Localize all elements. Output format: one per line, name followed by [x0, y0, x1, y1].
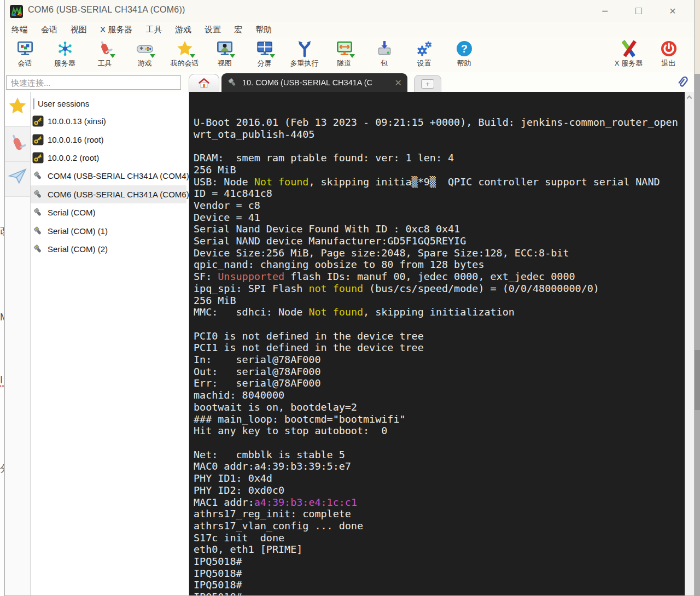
app-logo-icon	[9, 4, 24, 19]
terminal-line: bootwait is on, bootdelay=2	[194, 401, 685, 413]
terminal-line: 256 MiB	[194, 164, 685, 176]
toolbar-button[interactable]: 视图	[205, 37, 244, 72]
terminal-line: MAC1 addr:a4:39:b3:e4:1c:c1	[194, 496, 685, 509]
menu-item[interactable]: 会话	[41, 25, 57, 35]
toolbar-button-label: 我的会话	[171, 59, 199, 68]
toolbar-button[interactable]: 退出	[649, 37, 689, 72]
settings-icon	[415, 39, 434, 58]
toolbar-button[interactable]: ?帮助	[444, 37, 484, 72]
session-item[interactable]: Serial (COM) (2)	[31, 240, 186, 258]
terminal-output[interactable]: U-Boot 2016.01 (Feb 13 2023 - 09:21:15 +…	[189, 92, 685, 595]
new-tab-button[interactable]: +	[414, 75, 441, 92]
terminal-line: MMC: sdhci: Node Not found, skipping ini…	[194, 306, 685, 318]
toolbar-button[interactable]: X 服务器	[609, 37, 649, 72]
dropdown-triangle-icon	[150, 54, 155, 58]
sidebar-tab-macros[interactable]	[5, 162, 30, 197]
terminal-line: SF: Unsupported flash IDs: manuf 00, jed…	[194, 271, 685, 283]
maximize-button[interactable]: ☐	[622, 0, 656, 22]
split-icon	[255, 39, 274, 58]
mobaxterm-window: COM6 (USB-SERIAL CH341A (COM6)) ─ ☐ ✕ 终端…	[4, 0, 695, 596]
session-item[interactable]: Serial (COM)	[31, 203, 186, 221]
multiexec-icon	[295, 39, 314, 58]
sidebar-tab-sessions[interactable]	[5, 92, 30, 127]
toolbar-button[interactable]: 多重执行	[284, 37, 324, 72]
toolbar-button-label: 服务器	[54, 59, 75, 68]
terminal-line: ipq_spi: SPI Flash not found (bus/cs/spe…	[194, 283, 685, 295]
terminal-line: Net: cmbblk is stable 5	[194, 449, 685, 461]
session-tree-root[interactable]: User sessions	[31, 95, 189, 112]
serial-plug-icon	[32, 225, 44, 237]
session-icon	[16, 39, 34, 58]
session-item[interactable]: 10.0.0.13 (xinsi)	[31, 112, 186, 130]
menu-item[interactable]: 帮助	[255, 25, 272, 35]
session-item[interactable]: 10.0.0.16 (root)	[31, 130, 186, 148]
tunnel-icon	[335, 39, 354, 58]
sidebar-tab-tools[interactable]	[5, 127, 30, 162]
toolbar-button[interactable]: 工具	[85, 37, 125, 72]
toolbar-button[interactable]: 游戏	[125, 37, 165, 72]
terminal-line: IPQ5018#	[194, 591, 685, 595]
minimize-button[interactable]: ─	[588, 0, 622, 22]
session-item[interactable]: COM6 (USB-SERIAL CH341A (COM6))	[31, 185, 186, 203]
session-item[interactable]: 10.0.0.2 (root)	[31, 149, 186, 167]
session-root-label: User sessions	[38, 99, 89, 108]
sidebar-tab-strip	[5, 92, 31, 595]
terminal-line: IPQ5018#	[194, 556, 685, 568]
terminal-line: 256 MiB	[194, 295, 685, 307]
star-icon	[176, 39, 194, 58]
toolbar-button-label: 帮助	[457, 59, 471, 68]
toolbar-button-label: 包	[381, 59, 388, 68]
tools-icon	[96, 39, 114, 58]
menu-item[interactable]: 终端	[11, 25, 28, 35]
terminal-line: Device Size:256 MiB, Page size:2048, Spa…	[194, 247, 685, 259]
toolbar-button[interactable]: 设置	[404, 37, 444, 72]
menu-item[interactable]: 游戏	[175, 25, 191, 35]
menu-item[interactable]: X 服务器	[100, 25, 132, 35]
toolbar-button[interactable]: 隧道	[324, 37, 364, 72]
paper-plane-icon	[8, 166, 27, 185]
session-item[interactable]: Serial (COM) (1)	[31, 221, 186, 239]
close-button[interactable]: ✕	[656, 0, 690, 22]
home-icon	[197, 77, 211, 90]
terminal-line: eth0, eth1 [PRIME]	[194, 544, 685, 556]
session-item[interactable]: COM4 (USB-SERIAL CH341A (COM4))	[31, 167, 186, 185]
attachments-paperclip-icon[interactable]	[675, 74, 690, 90]
svg-text:?: ?	[461, 43, 468, 55]
terminal-line: Out: serial@78AF000	[194, 366, 685, 378]
active-tab-label: 10. COM6 (USB-SERIAL CH341A (C	[242, 78, 390, 87]
toolbar-button-label: 会话	[18, 59, 32, 68]
dropdown-triangle-icon	[230, 54, 235, 58]
terminal-line: Vendor = c8	[194, 200, 685, 212]
quick-connect-input[interactable]	[6, 75, 181, 90]
terminal-line: U-Boot 2016.01 (Feb 13 2023 - 09:21:15 +…	[194, 116, 685, 128]
toolbar-button-label: 视图	[218, 59, 232, 68]
toolbar-button[interactable]: 我的会话	[165, 37, 205, 72]
toolbar-button-label: 游戏	[138, 59, 152, 68]
toolbar-button[interactable]: 会话	[5, 37, 45, 72]
menu-item[interactable]: 视图	[71, 25, 87, 35]
toolbar-button[interactable]: 包	[364, 37, 404, 72]
terminal-line	[194, 140, 685, 152]
servers-icon	[56, 39, 74, 58]
menu-item[interactable]: 工具	[145, 25, 162, 35]
terminal-line: USB: Node Not found, skipping initia▒*9▒…	[194, 176, 685, 188]
serial-plug-icon	[32, 189, 44, 200]
menu-item[interactable]: 宏	[234, 25, 242, 35]
session-tree-panel: User sessions 10.0.0.13 (xinsi)10.0.0.16…	[31, 92, 189, 595]
session-item-label: Serial (COM)	[48, 208, 96, 217]
terminal-line: ID = 41c841c8	[194, 188, 685, 200]
menu-item[interactable]: 设置	[205, 25, 221, 35]
serial-plug-icon	[227, 77, 238, 88]
active-terminal-tab[interactable]: 10. COM6 (USB-SERIAL CH341A (C ✕	[221, 73, 407, 92]
home-tab[interactable]	[189, 74, 219, 92]
terminal-scrollbar[interactable]	[685, 92, 694, 595]
terminal-line: Serial NAND device Manufacturer:GD5F1GQ5…	[194, 235, 685, 247]
toolbar-button[interactable]: 服务器	[45, 37, 85, 72]
terminal-line: athrs17_vlan_config ... done	[194, 520, 685, 532]
tab-close-icon[interactable]: ✕	[395, 78, 402, 88]
scroll-up-icon[interactable]	[687, 96, 692, 101]
view-icon	[215, 39, 234, 58]
terminal-line: Hit any key to stop autoboot: 0	[194, 425, 685, 437]
toolbar-button[interactable]: 分屏	[244, 37, 284, 72]
session-item-label: 10.0.0.16 (root)	[48, 135, 104, 144]
